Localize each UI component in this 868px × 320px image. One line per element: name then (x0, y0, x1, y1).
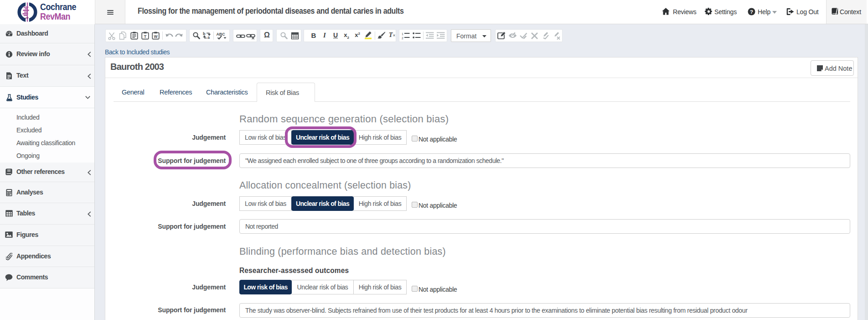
svg-text:2: 2 (402, 37, 403, 40)
svg-text:ABC: ABC (216, 32, 225, 37)
svg-text:W: W (154, 34, 158, 39)
svg-text:a: a (207, 35, 210, 40)
svg-text:1: 1 (402, 32, 403, 36)
svg-text:?: ? (750, 9, 753, 15)
svg-text:T: T (144, 34, 147, 39)
svg-text:b: b (203, 31, 206, 36)
